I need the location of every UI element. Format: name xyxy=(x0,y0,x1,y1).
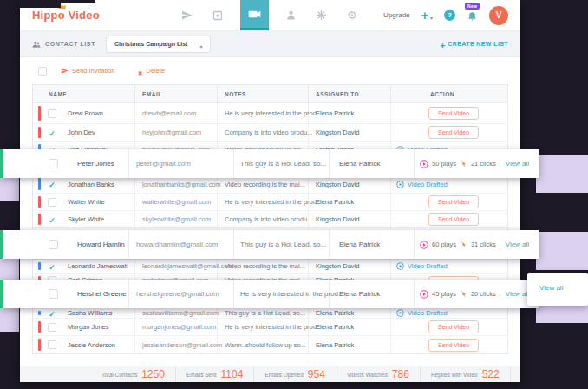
contact-assigned: Elena Patrick xyxy=(316,109,354,117)
contact-name: Morgan Jones xyxy=(68,323,109,331)
user-avatar[interactable]: V xyxy=(489,6,508,25)
highlighted-contact-row: Hershel Greene hershelgreene@gmail.com H… xyxy=(0,280,539,308)
plus-icon xyxy=(421,8,428,23)
people-icon xyxy=(32,40,41,49)
hippo-video-logo[interactable]: Hippo Video xyxy=(32,9,100,22)
row-accent-bar xyxy=(38,127,41,138)
send-video-button[interactable]: Send Video xyxy=(428,213,479,226)
table-row: Skyler White skylerwhite@gmail.com Compa… xyxy=(33,211,507,228)
stat-value: 786 xyxy=(392,368,409,380)
contact-name: Skyler White xyxy=(68,215,104,223)
table-body: Drew Brown drewb@email.com He is very in… xyxy=(33,103,507,353)
upgrade-link[interactable]: Upgrade xyxy=(383,11,410,19)
contact-name: Sasha Williams xyxy=(68,309,112,317)
select-all-checkbox[interactable] xyxy=(38,67,47,76)
main-nav: ⚙ xyxy=(180,0,360,30)
media-library-icon[interactable] xyxy=(210,0,225,30)
integrations-icon[interactable] xyxy=(314,0,330,30)
stats-footer: Total Contacts 1250 Emails Sent 1104 Ema… xyxy=(20,366,520,382)
logo-text: Hippo Video xyxy=(32,9,100,22)
row-accent-bar xyxy=(38,214,41,225)
contact-notes: He is very interested in the prod.. xyxy=(225,323,320,331)
send-video-button[interactable]: Send Video xyxy=(428,107,479,120)
contact-notes: Company is into video produ... xyxy=(225,215,312,223)
contact-email: skylerwhite@gmail.com xyxy=(142,215,211,223)
help-button[interactable]: ? xyxy=(444,10,455,21)
video-drafted-status[interactable]: Video Drafted xyxy=(396,181,448,188)
contact-notes: This guy is a Hot Lead, so... xyxy=(234,149,330,178)
row-accent-bar xyxy=(38,196,41,208)
play-circle-icon xyxy=(420,290,428,299)
row-checkbox[interactable] xyxy=(48,323,56,332)
video-drafted-status[interactable]: Video Drafted xyxy=(396,262,448,270)
row-checkbox[interactable] xyxy=(48,215,56,224)
footer-stat: Emails Opened 954 xyxy=(254,366,336,382)
send-video-button[interactable]: Send Video xyxy=(428,339,479,352)
chevron-down-icon xyxy=(430,8,433,23)
deco-dark-strip xyxy=(20,0,61,8)
contacts-icon[interactable] xyxy=(284,0,299,30)
row-checkbox[interactable] xyxy=(48,262,56,271)
video-camera-icon[interactable] xyxy=(240,0,269,30)
stat-label: Emails Sent xyxy=(186,372,217,378)
view-all-link[interactable]: View all xyxy=(539,284,563,292)
row-checkbox[interactable] xyxy=(48,129,56,137)
contact-assigned: Elena Patrick xyxy=(316,198,354,206)
row-checkbox[interactable] xyxy=(48,109,56,118)
settings-gear-icon[interactable]: ⚙ xyxy=(344,0,360,30)
row-accent-bar xyxy=(38,311,41,315)
clicks-count: 20 clicks xyxy=(471,290,496,298)
list-selector-dropdown[interactable]: Christmas Campaign List xyxy=(106,36,211,53)
deco-lavender-block xyxy=(536,232,588,270)
row-accent-bar xyxy=(38,106,41,121)
play-circle-icon xyxy=(420,241,428,249)
contact-name: John Dev xyxy=(68,129,95,136)
play-circle-icon xyxy=(396,309,404,317)
click-cursor-icon xyxy=(460,160,467,168)
create-new-list-button[interactable]: CREATE NEW LIST xyxy=(441,36,509,52)
view-all-link[interactable]: View all xyxy=(506,160,529,168)
view-all-link[interactable]: View all xyxy=(506,290,529,298)
row-accent-bar xyxy=(38,339,41,351)
row-checkbox[interactable] xyxy=(49,289,58,299)
plus-icon xyxy=(441,36,446,52)
row-checkbox[interactable] xyxy=(48,309,56,318)
view-all-link[interactable]: View all xyxy=(506,241,529,248)
row-checkbox[interactable] xyxy=(48,180,56,188)
deco-lavender-block xyxy=(0,259,19,282)
click-cursor-icon xyxy=(460,241,467,248)
contact-list-label: CONTACT LIST xyxy=(45,41,95,47)
delete-button[interactable]: Delete xyxy=(138,63,166,79)
contact-name: Jessie Anderson xyxy=(68,341,115,349)
contact-name: Leonardo Jameswatt xyxy=(68,262,128,270)
row-checkbox[interactable] xyxy=(48,340,56,349)
deco-lavender-block xyxy=(0,178,19,201)
paper-plane-icon[interactable] xyxy=(180,0,195,30)
contact-notes: He is very interested in the prod.. xyxy=(234,280,330,308)
contact-email: hershelgreene@gmail.com xyxy=(129,280,234,308)
app-window: Hippo Video xyxy=(20,0,520,382)
plays-count: 45 plays xyxy=(432,290,456,298)
quick-add-button[interactable] xyxy=(421,8,433,23)
contact-notes: This guy is a Hot Lead, so... xyxy=(225,309,305,317)
table-row: Jessie Anderson jessieanderson@gmail.com… xyxy=(33,336,507,353)
notifications-bell[interactable]: New xyxy=(467,10,478,22)
column-header: ASSIGNED TO xyxy=(309,85,391,102)
table-row: Drew Brown drewb@email.com He is very in… xyxy=(33,103,507,124)
footer-stat: Videos Watched 786 xyxy=(336,366,421,382)
send-invitation-button[interactable]: Send Invitation xyxy=(61,67,115,75)
highlighted-contact-row: Howard Hamlin howardhamlin@gmail.com Thi… xyxy=(0,230,539,259)
send-video-button[interactable]: Send Video xyxy=(428,195,479,208)
row-checkbox[interactable] xyxy=(48,198,56,207)
stat-label: Replied with Video xyxy=(431,372,478,378)
stat-label: Emails Opened xyxy=(265,372,303,378)
list-actions-toolbar: Send Invitation Delete xyxy=(20,57,520,84)
send-video-button[interactable]: Send Video xyxy=(428,320,479,333)
contact-notes: This guy is a Hot Lead, so... xyxy=(234,230,330,259)
play-circle-icon xyxy=(396,181,404,188)
contact-email: walterwhite@gmail.com xyxy=(142,198,211,206)
video-drafted-status[interactable]: Video Drafted xyxy=(396,309,448,317)
row-checkbox[interactable] xyxy=(49,159,58,168)
send-video-button[interactable]: Send Video xyxy=(428,126,479,139)
row-checkbox[interactable] xyxy=(49,240,58,249)
